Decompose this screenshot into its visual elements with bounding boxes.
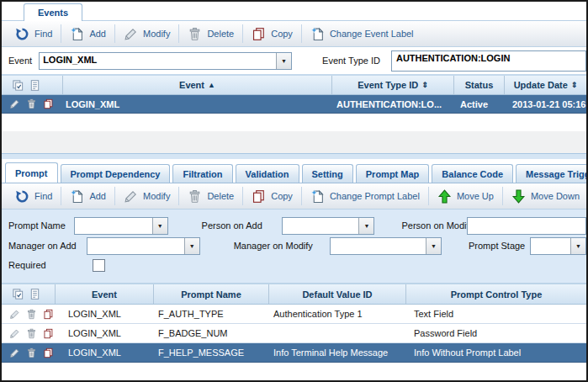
move-down-icon [511, 189, 526, 204]
copy-row-icon[interactable] [43, 348, 54, 358]
edit-row-icon[interactable] [9, 98, 20, 109]
column-header-default-value-id[interactable]: Default Value ID [268, 284, 405, 304]
prompts-grid-empty-area [2, 363, 586, 380]
add-button[interactable]: Add [61, 24, 114, 43]
copy-row-icon[interactable] [43, 328, 54, 339]
cell-prompt-control-type: Password Field [405, 328, 586, 338]
panel-divider-blue [2, 153, 586, 159]
sort-both-icon: ⇕ [421, 81, 428, 89]
event-combobox[interactable]: LOGIN_XML [39, 52, 292, 70]
cell-default-value-id: Authentication Type 1 [268, 309, 405, 319]
report-icon[interactable] [29, 79, 41, 92]
prompt-find-button[interactable]: Find [7, 187, 61, 205]
cell-event: LOGIN_XML [55, 328, 153, 338]
manager-on-add-combobox[interactable] [87, 237, 199, 255]
tab-prompt[interactable]: Prompt [5, 162, 58, 183]
column-header-event-type-id[interactable]: Event Type ID ⇕ [331, 76, 453, 94]
events-table-row[interactable]: LOGIN_XML AUTHENTICATION:LO... Active 20… [2, 95, 586, 114]
cell-status: Active [453, 99, 504, 109]
delete-button[interactable]: Delete [178, 24, 242, 43]
multi-select-icon[interactable] [12, 288, 24, 300]
events-grid-header: Event ▲ Event Type ID ⇕ Status Update Da… [2, 76, 586, 95]
delete-row-icon[interactable] [26, 309, 37, 320]
manager-on-modify-combobox[interactable] [330, 237, 442, 255]
chevron-down-icon[interactable] [184, 238, 199, 254]
event-combobox-value: LOGIN_XML [40, 53, 276, 69]
prompt-copy-button[interactable]: Copy [242, 187, 301, 205]
edit-row-icon[interactable] [9, 309, 20, 320]
tab-balance-code-label: Balance Code [442, 169, 503, 179]
delete-row-icon[interactable] [26, 328, 37, 339]
person-on-add-combobox[interactable] [282, 217, 375, 235]
prompt-modify-button[interactable]: Modify [114, 187, 178, 205]
delete-row-icon[interactable] [26, 348, 37, 358]
change-label-icon [310, 189, 325, 204]
column-header-event[interactable]: Event ▲ [62, 76, 331, 94]
modify-button[interactable]: Modify [114, 24, 178, 43]
prompt-stage-combobox[interactable] [530, 237, 586, 255]
edit-row-icon[interactable] [9, 348, 20, 358]
copy-row-icon[interactable] [43, 98, 54, 109]
move-up-button[interactable]: Move Up [428, 187, 502, 205]
prompt-delete-label: Delete [207, 191, 234, 201]
change-event-label-button[interactable]: Change Event Label [301, 24, 422, 43]
column-header-status[interactable]: Status [453, 76, 504, 94]
change-prompt-label-button[interactable]: Change Prompt Label [301, 187, 428, 205]
prompts-table-row[interactable]: LOGIN_XML F_BADGE_NUM Password Field [2, 324, 586, 343]
row-action-icons [2, 328, 55, 339]
copy-row-icon[interactable] [43, 309, 54, 320]
add-icon [70, 27, 84, 41]
tab-validation[interactable]: Validation [236, 164, 299, 183]
delete-row-icon[interactable] [26, 98, 37, 109]
prompt-name-combobox[interactable] [74, 217, 168, 235]
chevron-down-icon[interactable] [276, 53, 291, 69]
chevron-down-icon[interactable] [570, 238, 585, 254]
sort-both-icon: ⇕ [571, 81, 578, 89]
find-button[interactable]: Find [7, 24, 61, 43]
copy-icon [252, 27, 266, 41]
tab-events[interactable]: Events [24, 3, 82, 21]
change-event-label-label: Change Event Label [330, 29, 414, 39]
prompts-table-row[interactable]: LOGIN_XML F_AUTH_TYPE Authentication Typ… [2, 305, 586, 324]
chevron-down-icon[interactable] [426, 238, 441, 254]
move-down-button[interactable]: Move Down [502, 187, 588, 205]
column-header-event[interactable]: Event [55, 284, 153, 304]
required-checkbox[interactable] [93, 259, 105, 272]
copy-label: Copy [271, 29, 293, 39]
tab-setting[interactable]: Setting [302, 164, 353, 183]
column-header-prompt-control-type[interactable]: Prompt Control Type [405, 284, 586, 304]
tab-setting-label: Setting [312, 169, 343, 179]
tab-filtration[interactable]: Filtration [172, 164, 232, 183]
prompt-find-label: Find [34, 191, 52, 201]
column-header-update-date[interactable]: Update Date ⇕ [504, 76, 586, 94]
report-icon[interactable] [29, 288, 41, 300]
events-window: Events Find Add Modify Delete Copy Chang… [0, 0, 588, 382]
person-on-modify-combobox[interactable] [467, 217, 586, 235]
tab-validation-label: Validation [246, 169, 289, 179]
modify-icon [124, 189, 138, 204]
prompts-table-row[interactable]: LOGIN_XML F_HELP_MESSAGE Info Terminal H… [2, 343, 586, 363]
cell-update-date: 2013-01-21 05:16:0 [504, 99, 586, 109]
edit-row-icon[interactable] [9, 328, 20, 339]
tab-message-trigger[interactable]: Message Trigger [516, 164, 586, 183]
row-action-icons [2, 348, 55, 358]
tab-prompt-map[interactable]: Prompt Map [356, 164, 430, 183]
prompt-delete-button[interactable]: Delete [178, 187, 242, 205]
top-tab-bar: Events [2, 2, 586, 21]
prompts-grid-header: Event Prompt Name Default Value ID Promp… [2, 283, 586, 305]
column-header-prompt-name[interactable]: Prompt Name [153, 284, 268, 304]
manager-on-modify-value [331, 238, 426, 254]
column-header-prompt-control-type-label: Prompt Control Type [451, 289, 543, 300]
prompt-add-button[interactable]: Add [61, 187, 114, 205]
row-action-icons [2, 309, 55, 320]
tab-balance-code[interactable]: Balance Code [432, 164, 513, 183]
event-label: Event [8, 56, 32, 66]
copy-button[interactable]: Copy [242, 24, 301, 43]
event-type-id-field[interactable]: AUTHENTICATION:LOGIN [391, 50, 586, 72]
tab-prompt-dependency[interactable]: Prompt Dependency [61, 164, 171, 183]
chevron-down-icon[interactable] [358, 218, 373, 234]
multi-select-icon[interactable] [12, 79, 24, 92]
prompt-name-label: Prompt Name [8, 220, 74, 231]
chevron-down-icon[interactable] [152, 218, 167, 234]
move-up-label: Move Up [457, 191, 494, 201]
